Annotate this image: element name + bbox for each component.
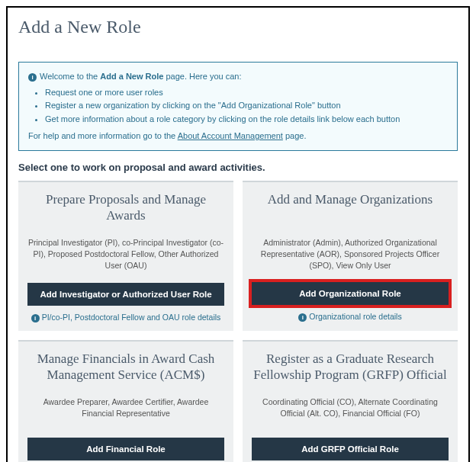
add-organizational-role-button[interactable]: Add Organizational Role: [252, 282, 449, 305]
info-intro: iWelcome to the Add a New Role page. Her…: [28, 70, 448, 83]
about-account-management-link[interactable]: About Account Management: [178, 131, 283, 140]
select-heading: Select one to work on proposal and award…: [18, 162, 458, 173]
info-help-line: For help and more information go to the …: [28, 130, 448, 143]
add-grfp-official-role-button[interactable]: Add GRFP Official Role: [252, 438, 449, 460]
card-title: Prepare Proposals and Manage Awards: [27, 191, 224, 224]
card-manage-financials: Manage Financials in Award Cash Manageme…: [18, 340, 233, 462]
card-link-text: Organizational role details: [309, 312, 401, 321]
card-description: Coordinating Official (CO), Alternate Co…: [252, 396, 449, 427]
add-financial-role-button[interactable]: Add Financial Role: [27, 438, 224, 460]
info-intro-suffix: page. Here you can:: [163, 72, 241, 81]
pi-role-details-link[interactable]: iPI/co-PI, Postdoctoral Fellow and OAU r…: [31, 313, 221, 322]
card-description: Administrator (Admin), Authorized Organi…: [252, 237, 449, 272]
add-investigator-role-button[interactable]: Add Investigator or Authorized User Role: [27, 283, 224, 306]
info-icon: i: [31, 314, 40, 322]
role-card-grid: Prepare Proposals and Manage Awards Prin…: [18, 181, 458, 463]
info-help-prefix: For help and more information go to the: [28, 131, 178, 140]
card-description: Awardee Preparer, Awardee Certifier, Awa…: [27, 396, 224, 427]
card-manage-organizations: Add and Manage Organizations Administrat…: [243, 181, 458, 331]
info-bullet-list: Request one or more user roles Register …: [28, 86, 448, 126]
info-icon: i: [298, 313, 307, 322]
card-title: Register as a Graduate Research Fellowsh…: [252, 351, 449, 383]
page-subtitle: [18, 40, 458, 51]
info-bullet: Register a new organization by clicking …: [45, 99, 448, 112]
page-title: Add a New Role: [18, 17, 458, 37]
card-title: Manage Financials in Award Cash Manageme…: [27, 351, 224, 383]
info-bullet: Request one or more user roles: [45, 86, 448, 99]
info-help-suffix: page.: [283, 131, 307, 140]
info-bullet: Get more information about a role catego…: [45, 113, 448, 126]
card-grfp-official: Register as a Graduate Research Fellowsh…: [243, 340, 458, 462]
info-icon: i: [28, 73, 37, 82]
card-title: Add and Manage Organizations: [252, 191, 449, 223]
card-prepare-proposals: Prepare Proposals and Manage Awards Prin…: [18, 181, 233, 331]
info-intro-bold: Add a New Role: [100, 72, 163, 81]
welcome-info-box: iWelcome to the Add a New Role page. Her…: [18, 62, 458, 151]
card-link-text: PI/co-PI, Postdoctoral Fellow and OAU ro…: [42, 313, 221, 322]
info-intro-prefix: Welcome to the: [40, 72, 100, 81]
card-description: Principal Investigator (PI), co-Principa…: [27, 237, 224, 272]
page-frame: Add a New Role iWelcome to the Add a New…: [6, 6, 470, 462]
organizational-role-details-link[interactable]: iOrganizational role details: [298, 312, 401, 322]
